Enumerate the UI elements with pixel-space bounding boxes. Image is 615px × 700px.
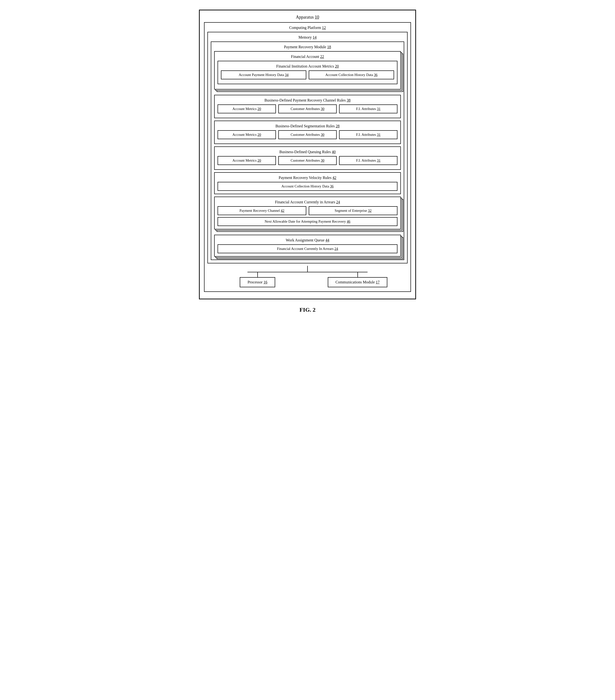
biz-queue-num: 40	[332, 150, 336, 154]
aph-text: Account Payment History Data	[239, 73, 284, 77]
am2-text: Account Metrics	[232, 133, 256, 137]
payment-recovery-module-box: Payment Recovery Module 18 Financial Acc…	[211, 41, 404, 260]
customer-attributes-1-box: Customer Attributes 30	[278, 104, 337, 113]
fi-account-metrics-label: Financial Institution Account Metrics 20	[221, 64, 394, 68]
account-history-row: Account Payment History Data 34 Account …	[221, 71, 394, 79]
segment-of-enterprise-box: Segment of Enterprise 32	[309, 206, 398, 215]
biz-prc-rules-box: Business-Defined Payment Recovery Channe…	[214, 95, 401, 118]
account-collection-history-2-box: Account Collection History Data 36	[217, 182, 398, 191]
ca2-num: 30	[321, 133, 324, 137]
fia3-num: 31	[377, 159, 380, 162]
faa2-text: Financial Account Currently In Arrears	[277, 247, 334, 251]
fia1-text: F.I. Attributes	[356, 107, 376, 111]
computing-platform-label: Computing Platform 12	[208, 26, 407, 30]
ach2-num: 36	[330, 184, 334, 188]
am1-text: Account Metrics	[232, 107, 256, 111]
computing-platform-text: Computing Platform	[289, 26, 321, 30]
financial-account-box: Financial Account 22 Financial Instituti…	[214, 51, 401, 89]
comm-vert-line	[357, 272, 358, 277]
am3-num: 20	[258, 159, 261, 162]
account-metrics-2-box: Account Metrics 20	[217, 130, 276, 139]
memory-num: 14	[313, 35, 317, 39]
fia2-num: 31	[377, 133, 380, 137]
ca3-text: Customer Attributes	[291, 159, 320, 162]
waq-stacked: Work Assignment Queue 44 Financial Accou…	[214, 235, 401, 257]
biz-queue-text: Business-Defined Queuing Rules	[279, 150, 331, 154]
payment-recovery-channel-box: Payment Recovery Channel 42	[217, 206, 306, 215]
ca2-text: Customer Attributes	[291, 133, 320, 137]
ach-text: Account Collection History Data	[325, 73, 373, 77]
apparatus-label: Apparatus 10	[204, 15, 411, 20]
account-metrics-3-box: Account Metrics 20	[217, 156, 276, 165]
fi-attributes-3-box: F.I. Attributes 31	[339, 156, 398, 165]
waq-text: Work Assignment Queue	[286, 238, 324, 242]
processor-vert-line	[258, 272, 258, 277]
processor-num: 16	[264, 280, 267, 284]
prv-rules-label: Payment Recovery Velocity Rules 42	[217, 176, 398, 180]
computing-platform-box: Computing Platform 12 Memory 14 Payment …	[204, 22, 411, 292]
vertical-line-top	[307, 266, 308, 272]
ca3-num: 30	[321, 159, 324, 162]
memory-label: Memory 14	[211, 35, 404, 40]
page-container: Apparatus 10 Computing Platform 12 Memor…	[199, 10, 416, 313]
faa2-num: 24	[335, 247, 338, 251]
account-metrics-1-box: Account Metrics 20	[217, 104, 276, 113]
biz-queue-rules-label: Business-Defined Queuing Rules 40	[217, 150, 398, 154]
cm-num: 17	[376, 280, 380, 284]
processor-box: Processor 16	[240, 277, 275, 287]
soe-text: Segment of Enterprise	[335, 209, 367, 213]
fa-arrears-label: Financial Account Currently in Arrears 2…	[217, 200, 398, 204]
nad-text: Next Allowable Date for Attempting Payme…	[265, 220, 346, 223]
biz-seg-rules-row: Account Metrics 20 Customer Attributes 3…	[217, 130, 398, 139]
fia2-text: F.I. Attributes	[356, 133, 376, 137]
financial-account-stacked: Financial Account 22 Financial Instituti…	[214, 51, 401, 89]
memory-text: Memory	[298, 35, 312, 39]
fa-arrears-2-box: Financial Account Currently In Arrears 2…	[217, 244, 398, 253]
am2-num: 20	[258, 133, 261, 137]
prc-num: 42	[281, 209, 284, 213]
fa-arrears-row: Payment Recovery Channel 42 Segment of E…	[217, 206, 398, 215]
faa-text: Financial Account Currently in Arrears	[275, 200, 335, 204]
communications-column: Communications Module 17	[308, 272, 407, 287]
biz-seg-num: 28	[336, 124, 340, 128]
biz-queue-rules-row: Account Metrics 20 Customer Attributes 3…	[217, 156, 398, 165]
ca1-text: Customer Attributes	[291, 107, 320, 111]
computing-platform-num: 12	[322, 26, 326, 30]
fi-attributes-2-box: F.I. Attributes 31	[339, 130, 398, 139]
prv-text: Payment Recovery Velocity Rules	[279, 176, 331, 180]
biz-seg-rules-box: Business-Defined Segmentation Rules 28 A…	[214, 121, 401, 144]
waq-box: Work Assignment Queue 44 Financial Accou…	[214, 235, 401, 257]
processor-column: Processor 16	[208, 272, 308, 287]
cm-text: Communications Module	[336, 280, 375, 284]
communications-module-box: Communications Module 17	[328, 277, 387, 287]
fig-label: FIG. 2	[199, 307, 416, 313]
processor-text: Processor	[248, 280, 262, 284]
apparatus-box: Apparatus 10 Computing Platform 12 Memor…	[199, 10, 416, 299]
soe-num: 32	[368, 209, 372, 213]
ach-num: 36	[374, 73, 377, 77]
aph-num: 34	[285, 73, 288, 77]
biz-seg-rules-label: Business-Defined Segmentation Rules 28	[217, 124, 398, 128]
fia3-text: F.I. Attributes	[356, 159, 376, 162]
prv-rules-box: Payment Recovery Velocity Rules 42 Accou…	[214, 172, 401, 194]
fa-text: Financial Account	[291, 54, 319, 59]
fiam-text: Financial Institution Account Metrics	[276, 64, 334, 68]
am1-num: 20	[258, 107, 261, 111]
account-collection-history-box: Account Collection History Data 36	[309, 71, 394, 79]
biz-prc-rules-row: Account Metrics 20 Customer Attributes 3…	[217, 104, 398, 113]
waq-label: Work Assignment Queue 44	[217, 238, 398, 242]
biz-prc-num: 38	[347, 98, 350, 102]
customer-attributes-3-box: Customer Attributes 30	[278, 156, 337, 165]
fi-account-metrics-box: Financial Institution Account Metrics 20…	[217, 61, 398, 84]
faa-num: 24	[336, 200, 340, 204]
fa-num: 22	[320, 54, 324, 59]
biz-seg-text: Business-Defined Segmentation Rules	[275, 124, 335, 128]
fiam-num: 20	[335, 64, 339, 68]
account-payment-history-box: Account Payment History Data 34	[221, 71, 306, 79]
fa-arrears-box: Financial Account Currently in Arrears 2…	[214, 197, 401, 229]
apparatus-title-num: 10	[315, 15, 319, 20]
bottom-connector: Processor 16 Communications Module 17	[208, 266, 407, 287]
fi-attributes-1-box: F.I. Attributes 31	[339, 104, 398, 113]
ach2-text: Account Collection History Data	[281, 184, 329, 188]
fa-arrears-stacked: Financial Account Currently in Arrears 2…	[214, 197, 401, 229]
